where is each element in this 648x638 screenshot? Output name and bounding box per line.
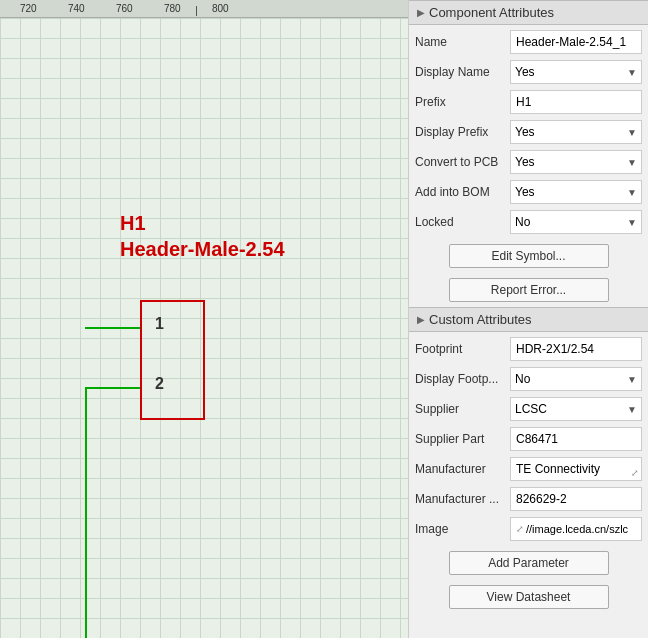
schematic-canvas[interactable]: 720 740 760 780 800 H1 Header-Male-2.54 … bbox=[0, 0, 408, 638]
custom-attributes-title: Custom Attributes bbox=[429, 312, 532, 327]
chevron-down-icon: ▼ bbox=[627, 127, 637, 138]
add-parameter-button[interactable]: Add Parameter bbox=[449, 551, 609, 575]
attr-value-name[interactable]: Header-Male-2.54_1 bbox=[510, 30, 642, 54]
attr-row-prefix: Prefix H1 bbox=[413, 87, 644, 117]
add-parameter-row: Add Parameter bbox=[409, 546, 648, 580]
attr-label-manufacturer-part: Manufacturer ... bbox=[415, 492, 510, 506]
attr-value-footprint[interactable]: HDR-2X1/2.54 bbox=[510, 337, 642, 361]
component-ref: H1 bbox=[120, 210, 285, 236]
attr-row-convert-pcb: Convert to PCB Yes ▼ bbox=[413, 147, 644, 177]
component-attributes-header: ▶ Component Attributes bbox=[409, 0, 648, 25]
ruler-mark: 740 bbox=[68, 3, 85, 14]
attr-label-display-prefix: Display Prefix bbox=[415, 125, 510, 139]
ruler-mark: 720 bbox=[20, 3, 37, 14]
chevron-down-icon: ▼ bbox=[627, 217, 637, 228]
attr-row-add-bom: Add into BOM Yes ▼ bbox=[413, 177, 644, 207]
attr-value-prefix[interactable]: H1 bbox=[510, 90, 642, 114]
attr-row-footprint: Footprint HDR-2X1/2.54 bbox=[413, 334, 644, 364]
view-datasheet-row: View Datasheet bbox=[409, 580, 648, 614]
attr-value-manufacturer[interactable]: TE Connectivity ⤢ bbox=[510, 457, 642, 481]
pin-wire-1 bbox=[85, 327, 140, 329]
expand-icon[interactable]: ⤢ bbox=[631, 468, 639, 478]
attr-row-display-prefix: Display Prefix Yes ▼ bbox=[413, 117, 644, 147]
custom-attributes-table: Footprint HDR-2X1/2.54 Display Footp... … bbox=[409, 332, 648, 546]
attr-label-manufacturer: Manufacturer bbox=[415, 462, 510, 476]
ruler-mark: 800 bbox=[212, 3, 229, 14]
ruler-top: 720 740 760 780 800 bbox=[0, 0, 408, 18]
section-arrow: ▶ bbox=[417, 7, 425, 18]
attr-label-display-name: Display Name bbox=[415, 65, 510, 79]
attr-label-footprint: Footprint bbox=[415, 342, 510, 356]
attr-select-display-footprint[interactable]: No ▼ bbox=[510, 367, 642, 391]
attr-select-supplier[interactable]: LCSC ▼ bbox=[510, 397, 642, 421]
custom-attributes-header: ▶ Custom Attributes bbox=[409, 307, 648, 332]
pin-label-2: 2 bbox=[155, 375, 164, 393]
edit-symbol-row: Edit Symbol... bbox=[409, 239, 648, 273]
chevron-down-icon: ▼ bbox=[627, 404, 637, 415]
attr-select-add-bom[interactable]: Yes ▼ bbox=[510, 180, 642, 204]
attr-label-image: Image bbox=[415, 522, 510, 536]
component-name: Header-Male-2.54 bbox=[120, 236, 285, 262]
attr-row-locked: Locked No ▼ bbox=[413, 207, 644, 237]
attr-row-display-name: Display Name Yes ▼ bbox=[413, 57, 644, 87]
attr-select-display-prefix[interactable]: Yes ▼ bbox=[510, 120, 642, 144]
component-attributes-table: Name Header-Male-2.54_1 Display Name Yes… bbox=[409, 25, 648, 239]
wire-vertical bbox=[85, 389, 87, 638]
component-label: H1 Header-Male-2.54 bbox=[120, 210, 285, 262]
attr-label-convert-pcb: Convert to PCB bbox=[415, 155, 510, 169]
view-datasheet-button[interactable]: View Datasheet bbox=[449, 585, 609, 609]
pin-label-1: 1 bbox=[155, 315, 164, 333]
ruler-mark: 780 bbox=[164, 3, 181, 14]
expand-icon-image[interactable]: ⤢ bbox=[516, 524, 524, 534]
chevron-down-icon: ▼ bbox=[627, 374, 637, 385]
attr-label-supplier: Supplier bbox=[415, 402, 510, 416]
attr-value-image[interactable]: ⤢ //image.lceda.cn/szlc bbox=[510, 517, 642, 541]
attr-value-supplier-part[interactable]: C86471 bbox=[510, 427, 642, 451]
attr-label-supplier-part: Supplier Part bbox=[415, 432, 510, 446]
attr-label-display-footprint: Display Footp... bbox=[415, 372, 510, 386]
attr-select-locked[interactable]: No ▼ bbox=[510, 210, 642, 234]
attr-row-name: Name Header-Male-2.54_1 bbox=[413, 27, 644, 57]
attr-row-supplier: Supplier LCSC ▼ bbox=[413, 394, 644, 424]
attr-label-prefix: Prefix bbox=[415, 95, 510, 109]
report-error-row: Report Error... bbox=[409, 273, 648, 307]
attr-row-supplier-part: Supplier Part C86471 bbox=[413, 424, 644, 454]
chevron-down-icon: ▼ bbox=[627, 157, 637, 168]
attr-label-locked: Locked bbox=[415, 215, 510, 229]
attr-label-add-bom: Add into BOM bbox=[415, 185, 510, 199]
component-body bbox=[140, 300, 205, 420]
report-error-button[interactable]: Report Error... bbox=[449, 278, 609, 302]
chevron-down-icon: ▼ bbox=[627, 67, 637, 78]
section-arrow: ▶ bbox=[417, 314, 425, 325]
edit-symbol-button[interactable]: Edit Symbol... bbox=[449, 244, 609, 268]
attr-row-image: Image ⤢ //image.lceda.cn/szlc bbox=[413, 514, 644, 544]
ruler-mark: 760 bbox=[116, 3, 133, 14]
right-panel: ▶ Component Attributes Name Header-Male-… bbox=[408, 0, 648, 638]
pin-wire-2 bbox=[85, 387, 140, 389]
attr-select-convert-pcb[interactable]: Yes ▼ bbox=[510, 150, 642, 174]
attr-row-display-footprint: Display Footp... No ▼ bbox=[413, 364, 644, 394]
attr-value-manufacturer-part[interactable]: 826629-2 bbox=[510, 487, 642, 511]
chevron-down-icon: ▼ bbox=[627, 187, 637, 198]
attr-row-manufacturer-part: Manufacturer ... 826629-2 bbox=[413, 484, 644, 514]
attr-select-display-name[interactable]: Yes ▼ bbox=[510, 60, 642, 84]
component-attributes-title: Component Attributes bbox=[429, 5, 554, 20]
attr-row-manufacturer: Manufacturer TE Connectivity ⤢ bbox=[413, 454, 644, 484]
attr-label-name: Name bbox=[415, 35, 510, 49]
